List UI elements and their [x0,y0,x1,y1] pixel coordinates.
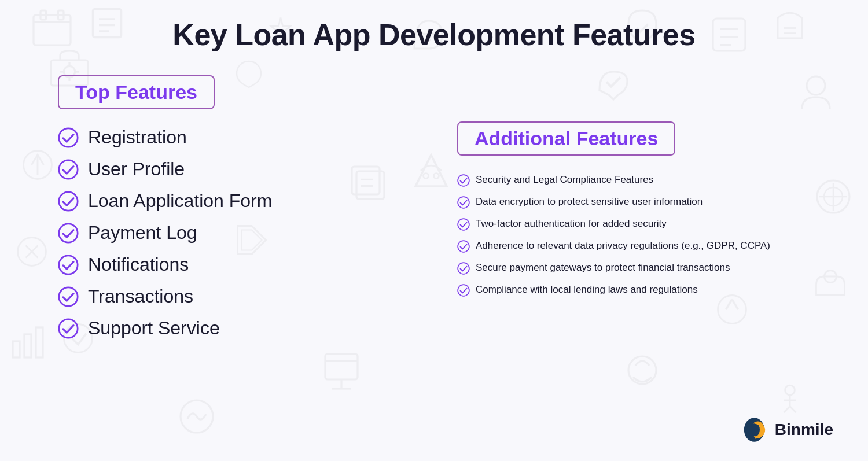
svg-line-46 [790,407,796,413]
list-item: Notifications [58,254,422,275]
list-item: Payment Log [58,222,422,244]
feature-text: Loan Application Form [88,190,272,212]
logo-area: Binmile [741,416,833,444]
svg-line-45 [784,407,790,413]
svg-point-54 [59,255,78,274]
top-features-section: Top Features Registration User Profile L… [46,75,422,349]
feature-text: User Profile [88,158,185,180]
list-item: Secure payment gateways to protect finan… [457,261,822,275]
feature-text: Data encryption to protect sensitive use… [476,195,703,209]
list-item: Support Service [58,318,422,339]
additional-features-label: Additional Features [457,121,675,156]
svg-point-43 [785,385,795,395]
list-item: Data encryption to protect sensitive use… [457,195,822,209]
list-item: Security and Legal Compliance Features [457,173,822,187]
svg-point-58 [458,197,469,208]
logo-text: Binmile [775,421,833,439]
top-features-list: Registration User Profile Loan Applicati… [58,127,422,339]
svg-point-52 [59,191,78,210]
feature-text: Support Service [88,318,220,339]
list-item: User Profile [58,158,422,180]
svg-point-53 [59,223,78,242]
feature-text: Compliance with local lending laws and r… [476,283,698,297]
svg-point-62 [458,285,469,296]
additional-features-list: Security and Legal Compliance Features D… [457,173,822,297]
svg-point-61 [458,263,469,274]
feature-text: Security and Legal Compliance Features [476,173,653,187]
feature-text: Adherence to relevant data privacy regul… [476,239,770,253]
binmile-logo-icon [741,416,769,444]
list-item: Loan Application Form [58,190,422,212]
feature-text: Two-factor authentication for added secu… [476,217,667,231]
page-title: Key Loan App Development Features [46,17,822,52]
additional-features-section: Additional Features Security and Legal C… [457,75,822,305]
list-item: Two-factor authentication for added secu… [457,217,822,231]
list-item: Compliance with local lending laws and r… [457,283,822,297]
feature-text: Notifications [88,254,189,275]
svg-point-51 [59,160,78,178]
top-features-label: Top Features [58,75,215,109]
feature-text: Transactions [88,286,193,307]
feature-text: Payment Log [88,222,197,244]
list-item: Transactions [58,286,422,307]
svg-point-60 [458,241,469,252]
list-item: Adherence to relevant data privacy regul… [457,239,822,253]
svg-point-56 [59,319,78,337]
feature-text: Registration [88,127,187,148]
svg-point-57 [458,175,469,186]
svg-point-59 [458,219,469,230]
svg-point-50 [59,128,78,146]
svg-point-55 [59,287,78,305]
list-item: Registration [58,127,422,148]
feature-text: Secure payment gateways to protect finan… [476,261,730,275]
svg-point-65 [751,423,760,436]
